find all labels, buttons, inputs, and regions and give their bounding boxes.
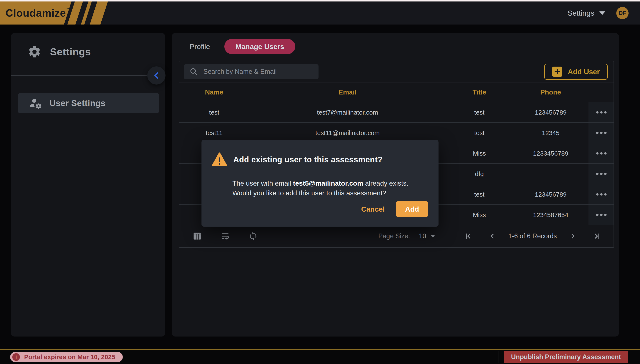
wrap-text-button[interactable] [220, 231, 230, 241]
unpublish-preliminary-assessment-button[interactable]: Unpublish Preliminary Assessment [504, 351, 628, 363]
cell-actions [589, 102, 613, 122]
chevron-left-icon [488, 232, 497, 240]
column-header-phone: Phone [513, 88, 589, 96]
row-actions-button[interactable] [593, 190, 609, 198]
last-page-icon [592, 232, 601, 240]
topbar-right: Settings DF [566, 2, 628, 24]
bottombar: Portal expires on Mar 10, 2025 Unpublish… [0, 349, 640, 364]
search-input[interactable] [203, 68, 313, 76]
columns-button[interactable] [192, 231, 202, 241]
cell-phone: 12345 [513, 129, 589, 136]
cell-actions [589, 164, 613, 184]
table-footer-tools [192, 231, 258, 241]
cell-actions [589, 184, 613, 204]
cell-phone: 123456789 [513, 191, 589, 198]
modal-actions: Cancel Add [360, 201, 428, 217]
cell-title: Miss [446, 212, 513, 218]
cell-actions [589, 205, 613, 225]
first-page-icon [464, 232, 473, 240]
vertical-divider [498, 351, 498, 363]
warning-icon [212, 151, 227, 168]
cell-name: test11 [179, 129, 249, 136]
cell-email: test11@mailinator.com [249, 129, 446, 136]
portal-expiry-badge: Portal expires on Mar 10, 2025 [10, 352, 123, 362]
cell-title: test [446, 191, 513, 198]
sidebar-divider [11, 75, 165, 76]
page-size-label: Page Size: [378, 232, 410, 240]
cell-phone: 123456789 [513, 109, 589, 116]
wrap-text-icon [220, 231, 230, 241]
add-button[interactable]: Add [396, 201, 428, 217]
cell-phone: 1233456789 [513, 150, 589, 157]
column-header-email: Email [249, 88, 446, 96]
sidebar-item-user-settings[interactable]: User Settings [18, 93, 159, 113]
refresh-button[interactable] [248, 231, 258, 241]
records-count: 1-6 of 6 Records [508, 232, 557, 240]
add-existing-user-dialog: Add existing user to this assessment? Th… [201, 140, 439, 226]
modal-title: Add existing user to this assessment? [233, 155, 383, 164]
column-header-title: Title [446, 88, 513, 96]
cell-title: Miss [446, 150, 513, 157]
add-user-label: Add User [568, 68, 600, 76]
cell-actions [589, 143, 613, 164]
avatar[interactable]: DF [616, 7, 628, 19]
portal-expiry-text: Portal expires on Mar 10, 2025 [24, 354, 115, 360]
tab-manage-users[interactable]: Manage Users [224, 39, 295, 54]
columns-icon [192, 231, 202, 241]
next-page-button[interactable] [568, 232, 577, 240]
gear-icon [28, 45, 42, 59]
nav-settings-dropdown[interactable]: Settings [566, 9, 606, 18]
chevron-down-icon [599, 12, 605, 15]
last-page-button[interactable] [592, 232, 601, 240]
user-settings-icon [29, 97, 42, 110]
previous-page-button[interactable] [488, 232, 497, 240]
cell-actions [589, 123, 613, 143]
brand-name: Cloudamize™ [6, 7, 70, 19]
window-top-strip [0, 0, 640, 2]
cell-title: dfg [446, 170, 513, 178]
table-footer: Page Size: 10 1-6 of 6 Records [179, 225, 613, 247]
sidebar: Settings User Settings [11, 33, 165, 336]
bottombar-right: Unpublish Preliminary Assessment [498, 351, 628, 363]
logo-stripe [81, 2, 92, 24]
row-actions-button[interactable] [593, 211, 609, 219]
row-actions-button[interactable] [593, 108, 609, 116]
pager-controls: 1-6 of 6 Records [464, 232, 601, 240]
cancel-button[interactable]: Cancel [360, 205, 386, 214]
chevron-left-icon [152, 71, 161, 80]
row-actions-button[interactable] [593, 129, 609, 137]
row-actions-button[interactable] [593, 149, 609, 158]
modal-body: The user with email test5@mailinator.com… [232, 178, 429, 198]
column-header-name: Name [179, 88, 249, 96]
table-toolbar: Add User [179, 61, 613, 82]
tabs: Profile Manage Users [188, 39, 295, 54]
cell-phone: 1234587654 [513, 212, 589, 218]
logo-stripe [90, 2, 108, 24]
trademark-symbol: ™ [67, 8, 71, 12]
cell-email: test7@mailinator.com [249, 109, 446, 116]
cell-name: test [179, 109, 249, 116]
sidebar-header: Settings [28, 45, 91, 59]
search-icon [189, 67, 198, 76]
topbar: Cloudamize™ Settings DF [0, 2, 640, 24]
chevron-right-icon [568, 232, 577, 240]
tab-profile[interactable]: Profile [188, 42, 211, 51]
pagination: Page Size: 10 1-6 of 6 Records [378, 232, 601, 240]
nav-settings-label: Settings [568, 9, 594, 17]
page-size-value: 10 [419, 232, 426, 240]
chevron-down-icon [431, 235, 435, 238]
cell-title: test [446, 129, 513, 136]
table-header-row: Name Email Title Phone [179, 82, 613, 102]
page-size-select[interactable]: 10 [417, 232, 436, 240]
row-actions-button[interactable] [593, 170, 609, 178]
info-icon [12, 353, 20, 361]
brand-logo: Cloudamize™ [0, 2, 123, 24]
search-box [184, 64, 319, 79]
sidebar-collapse-button[interactable] [147, 66, 165, 84]
table-row: test test7@mailinator.com test 123456789 [179, 102, 613, 123]
first-page-button[interactable] [464, 232, 473, 240]
page: Cloudamize™ Settings DF Settings User Se… [0, 0, 640, 364]
plus-icon [552, 66, 562, 77]
sidebar-item-label: User Settings [50, 98, 105, 108]
add-user-button[interactable]: Add User [544, 64, 608, 80]
